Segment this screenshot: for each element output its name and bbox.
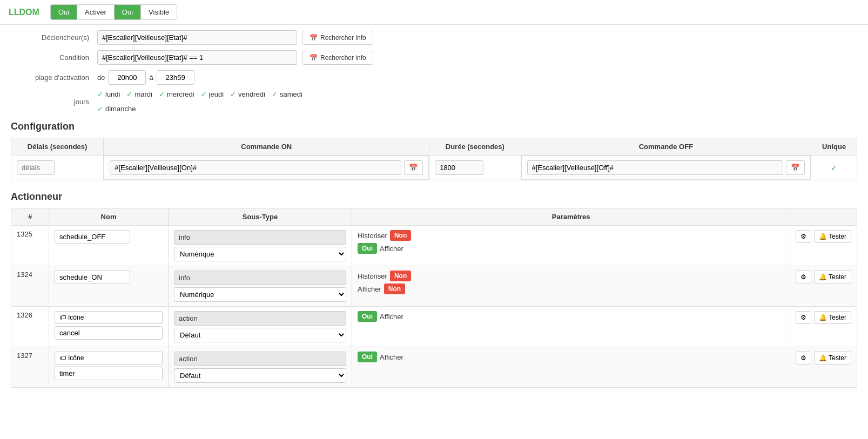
col-params: Paramètres [352,208,790,226]
nom-input-1327[interactable] [55,367,163,380]
afficher-badge-1324[interactable]: Non [384,283,405,294]
icone-btn-1326[interactable]: 🏷 Icône [55,311,163,324]
historiser-badge-1324[interactable]: Non [390,271,411,281]
sous-type-container-1326: action Défaut [174,311,346,342]
actions-container-1324: ⚙ 🔔 Tester [796,271,851,283]
config-delais-cell [11,156,104,180]
select-1327[interactable]: Défaut [174,368,346,383]
sous-type-container-1327: action Défaut [174,352,346,383]
select-1325[interactable]: Numérique [174,247,346,261]
btn-rechercher-condition[interactable]: 📅 Rechercher info [302,51,373,65]
row-sous-type-1326: action Défaut [169,307,352,347]
mercredi-check: ✓ [159,90,165,98]
nom-input-1324[interactable] [55,271,130,284]
historiser-label-1324: Historiser [358,272,387,280]
actions-container-1327: ⚙ 🔔 Tester [796,352,851,364]
param-afficher-1327: Oui Afficher [358,352,784,362]
table-row: 1326 🏷 Icône action Défa [11,307,857,347]
commande-on-input[interactable] [110,160,401,175]
select-1326[interactable]: Défaut [174,328,346,342]
row-params-1326: Oui Afficher [352,307,790,347]
btn-oui1[interactable]: Oui [51,5,77,19]
param-historiser-1325: Historiser Non [358,230,784,241]
bell-icon-1326: 🔔 [819,314,827,321]
condition-label: Condition [11,53,97,62]
id-value-1326: 1326 [17,311,32,319]
select-1324[interactable]: Numérique [174,287,346,302]
params-container-1325: Historiser Non Oui Afficher [358,230,784,254]
tester-btn-1327[interactable]: 🔔 Tester [814,352,851,364]
actions-container-1325: ⚙ 🔔 Tester [796,230,851,243]
vendredi-label: vendredi [238,90,265,98]
oui-badge-1327[interactable]: Oui [358,352,377,362]
table-row: 1325 info Numérique His [11,226,857,266]
mardi-label: mardi [134,90,152,98]
sous-type-container-1324: info Numérique [174,271,346,302]
row-nom-1326: 🏷 Icône [49,307,169,347]
nom-container-1326: 🏷 Icône [55,311,163,340]
bookmark-icon-1326: 🏷 [59,314,66,321]
time-from-input[interactable] [108,70,146,85]
row-nom-1324 [49,266,169,307]
btn-rechercher-declencheur[interactable]: 📅 Rechercher info [302,31,373,45]
commande-on-calendar-btn[interactable]: 📅 [404,160,423,175]
calendar-icon4: 📅 [791,164,800,172]
config-header-row: Délais (secondes) Commande ON Durée (sec… [11,138,857,156]
table-row: 1324 info Numérique His [11,266,857,307]
calendar-icon2: 📅 [309,54,318,62]
time-to-input[interactable] [157,70,194,85]
config-duree-cell [429,156,521,180]
condition-input[interactable] [97,50,297,65]
icone-btn-1327[interactable]: 🏷 Icône [55,352,163,364]
tester-btn-1324[interactable]: 🔔 Tester [814,271,851,283]
row-actions-1327: ⚙ 🔔 Tester [790,347,857,388]
oui-badge-1326[interactable]: Oui [358,311,377,322]
commande-off-input[interactable] [527,160,784,175]
nom-input-1325[interactable] [55,230,130,244]
col-delais: Délais (secondes) [11,138,104,156]
bell-icon-1327: 🔔 [819,354,827,362]
plage-row: plage d'activation de à [11,70,857,85]
id-value: 1325 [17,230,32,238]
declencheur-label: Déclencheur(s) [11,33,97,42]
afficher-label-1324: Afficher [358,285,381,293]
delais-input[interactable] [17,160,55,175]
commande-off-calendar-btn[interactable]: 📅 [786,160,805,175]
btn-activer[interactable]: Activer [77,5,114,19]
btn-visible[interactable]: Visible [140,5,177,19]
gear-btn-1324[interactable]: ⚙ [796,271,811,283]
bell-icon-1324: 🔔 [819,273,827,281]
afficher-label-1326: Afficher [380,313,403,321]
id-value-1324: 1324 [17,271,32,279]
col-commande-off: Commande OFF [521,138,811,156]
afficher-oui-badge-1325[interactable]: Oui [358,243,377,254]
top-bar: LLDOM Oui Activer Oui Visible [0,0,868,25]
col-hash: # [11,208,49,226]
form-section: Déclencheur(s) 📅 Rechercher info Conditi… [11,30,857,113]
actions-container-1326: ⚙ 🔔 Tester [796,311,851,324]
param-afficher-1326: Oui Afficher [358,311,784,322]
declencheur-input[interactable] [97,30,297,45]
tester-btn-1325[interactable]: 🔔 Tester [814,230,851,243]
param-afficher-1325: Oui Afficher [358,243,784,254]
config-unique-cell: ✓ [811,156,857,180]
config-commande-off-cell: 📅 [521,156,811,180]
gear-btn-1325[interactable]: ⚙ [796,230,811,243]
btn-oui2[interactable]: Oui [114,5,140,19]
row-params-1325: Historiser Non Oui Afficher [352,226,790,266]
col-duree: Durée (secondes) [429,138,521,156]
nom-input-1326[interactable] [55,326,163,340]
duree-input[interactable] [435,160,483,175]
gear-btn-1327[interactable]: ⚙ [796,352,811,364]
unique-check: ✓ [831,164,837,172]
config-data-row: 📅 📅 ✓ [11,156,857,180]
historiser-badge-1325[interactable]: Non [390,230,411,241]
bookmark-icon-1327: 🏷 [59,354,66,362]
col-nom: Nom [49,208,169,226]
row-id-1326: 1326 [11,307,49,347]
row-actions-1326: ⚙ 🔔 Tester [790,307,857,347]
row-id-1324: 1324 [11,266,49,307]
tester-btn-1326[interactable]: 🔔 Tester [814,311,851,324]
gear-btn-1326[interactable]: ⚙ [796,311,811,324]
gear-icon-1324: ⚙ [800,273,806,281]
